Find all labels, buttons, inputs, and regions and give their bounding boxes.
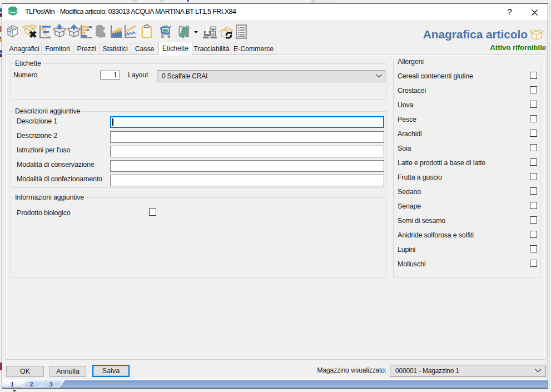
svg-text:3: 3 bbox=[49, 380, 53, 388]
svg-text:1: 1 bbox=[11, 380, 14, 388]
svg-text:2: 2 bbox=[29, 380, 33, 388]
